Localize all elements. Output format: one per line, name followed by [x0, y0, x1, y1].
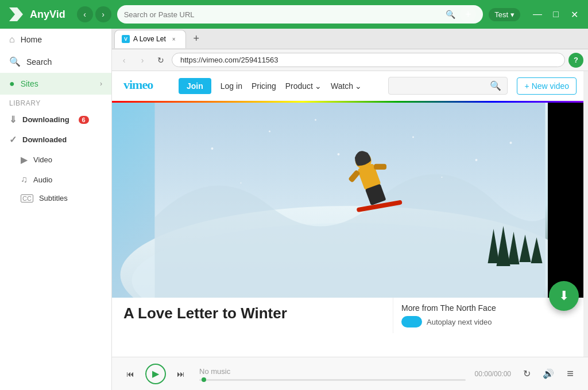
sidebar: ⌂ Home 🔍 Search ● Sites › Library ⇓ Down…: [0, 29, 112, 390]
help-button[interactable]: ?: [568, 53, 583, 68]
nav-arrows: ‹ ›: [77, 6, 111, 22]
browser-back-button[interactable]: ‹: [117, 53, 131, 68]
sidebar-item-search[interactable]: 🔍 Search: [0, 50, 111, 73]
download-fab-icon: ⬇: [559, 288, 569, 303]
vimeo-navbar: vimeo Join Log in Pricing Product ⌄ Watc…: [112, 71, 588, 101]
music-info: No music: [190, 367, 475, 381]
svg-point-17: [269, 131, 270, 132]
url-bar[interactable]: [172, 53, 565, 67]
vimeo-search-icon: 🔍: [490, 80, 501, 91]
product-dropdown[interactable]: Product ⌄: [285, 81, 322, 91]
minimize-button[interactable]: —: [531, 7, 544, 21]
downloading-icon: ⇓: [9, 114, 17, 125]
svg-point-23: [442, 177, 443, 178]
black-panel-right: [548, 103, 588, 298]
svg-marker-0: [9, 7, 23, 21]
download-fab-button[interactable]: ⬇: [549, 281, 579, 311]
browser-tabs: V A Love Let × +: [112, 29, 588, 49]
new-tab-button[interactable]: +: [188, 31, 204, 47]
no-music-label: No music: [199, 367, 466, 376]
play-button[interactable]: ▶: [145, 364, 166, 384]
svg-rect-15: [374, 164, 386, 170]
forward-button[interactable]: ›: [95, 6, 111, 22]
video-label: Video: [33, 155, 52, 164]
svg-point-24: [510, 142, 512, 144]
sidebar-home-label: Home: [21, 35, 42, 44]
vimeo-nav-links: Log in Pricing Product ⌄ Watch ⌄: [220, 81, 362, 91]
add-tab-button[interactable]: +: [460, 6, 476, 22]
volume-button[interactable]: 🔊: [540, 365, 557, 383]
sidebar-item-sites[interactable]: ● Sites ›: [0, 73, 111, 95]
right-player-controls: ↻ 🔊 ≡: [518, 365, 579, 383]
log-in-link[interactable]: Log in: [220, 81, 242, 91]
new-video-label: New video: [532, 81, 569, 91]
search-sidebar-icon: 🔍: [9, 56, 21, 67]
content-area: V A Love Let × + ‹ › ↻ ? vimeo Joi: [112, 29, 588, 390]
browser-nav: ‹ › ↻ ?: [112, 49, 588, 71]
time-display: 00:00/00:00: [475, 370, 511, 378]
logo-icon: [7, 5, 25, 24]
playlist-button[interactable]: ≡: [562, 365, 579, 383]
video-title: A Love Letter to Winter: [112, 298, 393, 333]
audio-label: Audio: [33, 176, 52, 184]
tab-favicon: V: [122, 35, 130, 43]
progress-dot: [202, 377, 206, 382]
search-icon: 🔍: [446, 10, 455, 19]
back-button[interactable]: ‹: [77, 6, 93, 22]
vimeo-logo: vimeo: [123, 77, 169, 95]
library-header: Library: [0, 95, 111, 110]
video-background: [112, 103, 588, 298]
sidebar-sites-label: Sites: [21, 79, 38, 88]
browser-forward-button[interactable]: ›: [135, 53, 150, 68]
repeat-button[interactable]: ↻: [518, 365, 535, 383]
audio-icon: ♫: [21, 174, 28, 185]
browser-tab[interactable]: V A Love Let ×: [114, 30, 186, 48]
sidebar-item-video[interactable]: ▶ Video: [0, 150, 111, 170]
user-label: Test: [494, 10, 508, 19]
sidebar-search-label: Search: [26, 57, 52, 67]
pricing-link[interactable]: Pricing: [252, 81, 276, 91]
svg-point-22: [315, 119, 316, 121]
home-icon: ⌂: [9, 34, 15, 45]
browser-refresh-button[interactable]: ↻: [153, 53, 168, 68]
join-button[interactable]: Join: [179, 78, 211, 94]
sidebar-item-home[interactable]: ⌂ Home: [0, 29, 111, 50]
watch-chevron-icon: ⌄: [355, 81, 362, 91]
prev-track-button[interactable]: ⏮: [121, 365, 140, 383]
sidebar-item-subtitles[interactable]: CC Subtitles: [0, 189, 111, 207]
sidebar-item-downloading[interactable]: ⇓ Downloading 6: [0, 110, 111, 130]
player-controls: ⏮ ▶ ⏭: [121, 364, 190, 384]
subtitles-label: Subtitles: [39, 194, 68, 202]
sites-icon: ●: [9, 79, 15, 89]
tab-close-button[interactable]: ×: [169, 34, 179, 44]
progress-bar[interactable]: [199, 379, 466, 381]
sidebar-item-downloaded[interactable]: ✓ Downloaded: [0, 130, 111, 150]
window-controls: — □ ✕: [531, 7, 581, 21]
downloading-badge: 6: [79, 116, 89, 124]
vimeo-search-input[interactable]: [394, 81, 486, 90]
title-bar: AnyVid ‹ › 🔍 + Test ▾ — □ ✕: [0, 0, 588, 29]
downloading-label: Downloading: [22, 115, 69, 124]
scrollbar-track[interactable]: [583, 71, 588, 357]
new-video-plus-icon: +: [524, 81, 529, 91]
user-menu-button[interactable]: Test ▾: [489, 8, 520, 21]
svg-point-19: [412, 136, 414, 138]
autoplay-toggle[interactable]: [401, 316, 422, 327]
sidebar-item-audio[interactable]: ♫ Audio: [0, 170, 111, 189]
sites-arrow-icon: ›: [100, 80, 102, 88]
downloaded-label: Downloaded: [22, 135, 67, 144]
video-icon: ▶: [21, 154, 28, 165]
main-area: ⌂ Home 🔍 Search ● Sites › Library ⇓ Down…: [0, 29, 588, 390]
subtitles-icon: CC: [21, 194, 33, 202]
watch-dropdown[interactable]: Watch ⌄: [331, 81, 362, 91]
video-area[interactable]: [112, 103, 588, 298]
app-logo: AnyVid: [7, 5, 65, 24]
new-video-button[interactable]: + New video: [517, 77, 577, 95]
close-button[interactable]: ✕: [567, 7, 581, 21]
search-input[interactable]: [124, 10, 441, 19]
maximize-button[interactable]: □: [549, 7, 563, 21]
autoplay-area: Autoplay next video: [401, 316, 580, 327]
bottom-player-bar: ⏮ ▶ ⏭ No music 00:00/00:00 ↻ 🔊 ≡: [112, 357, 588, 390]
next-track-button[interactable]: ⏭: [172, 365, 190, 383]
video-bottom-area: A Love Letter to Winter More from The No…: [112, 298, 588, 333]
